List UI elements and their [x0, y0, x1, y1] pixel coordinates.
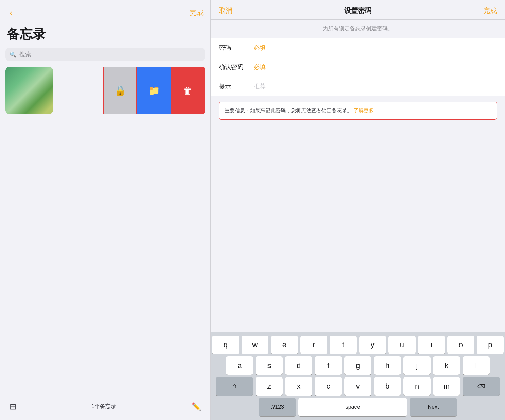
key-a[interactable]: a: [226, 356, 253, 375]
key-k[interactable]: k: [433, 356, 460, 375]
key-y[interactable]: y: [359, 336, 386, 354]
note-thumbnail: [5, 67, 53, 114]
trash-icon: 🗑: [183, 85, 193, 96]
key-j[interactable]: j: [403, 356, 431, 375]
spacer: [211, 125, 505, 333]
key-i[interactable]: i: [418, 336, 445, 354]
bottom-bar: ⊞ 1个备忘录 ✏️: [0, 393, 210, 420]
lock-icon: 🔒: [114, 85, 126, 96]
notes-list: 🔒 📁 🗑: [0, 67, 210, 393]
password-label: 密码: [219, 44, 249, 52]
next-key[interactable]: Next: [410, 398, 457, 416]
left-panel: ‹ 完成 备忘录 🔍 搜索 🔒 📁 🗑 ⊞ 1: [0, 0, 211, 420]
confirm-password-label: 确认密码: [219, 63, 249, 71]
key-o[interactable]: o: [447, 336, 474, 354]
dialog-title: 设置密码: [344, 6, 371, 15]
key-v[interactable]: v: [344, 377, 371, 396]
key-s[interactable]: s: [256, 356, 283, 375]
keyboard-row-3: ⇧ z x c v b n m ⌫: [212, 377, 504, 396]
key-n[interactable]: n: [403, 377, 431, 396]
key-l[interactable]: l: [463, 356, 490, 375]
delete-action-button[interactable]: 🗑: [171, 67, 205, 114]
key-d[interactable]: d: [285, 356, 312, 375]
key-b[interactable]: b: [374, 377, 401, 396]
password-field-row[interactable]: 密码 必填: [211, 38, 505, 57]
left-header: ‹ 完成: [0, 0, 210, 23]
confirm-password-field-row[interactable]: 确认密码 必填: [211, 57, 505, 77]
space-key[interactable]: space: [298, 398, 407, 416]
key-f[interactable]: f: [315, 356, 342, 375]
action-buttons: 🔒 📁 🗑: [103, 67, 205, 114]
key-x[interactable]: x: [285, 377, 312, 396]
grid-view-icon[interactable]: ⊞: [10, 402, 16, 411]
right-panel: 取消 设置密码 完成 为所有锁定备忘录创建密码。 密码 必填 确认密码 必填 提…: [211, 0, 505, 420]
back-button[interactable]: ‹: [7, 6, 15, 19]
search-bar[interactable]: 🔍 搜索: [5, 48, 205, 61]
learn-more-link[interactable]: 了解更多...: [353, 107, 378, 113]
keyboard-row-2: a s d f g h j k l: [212, 356, 504, 375]
notes-count: 1个备忘录: [92, 403, 117, 410]
key-c[interactable]: c: [315, 377, 342, 396]
keyboard: q w e r t y u i o p a s d f g h j k l ⇧ …: [211, 332, 505, 420]
confirm-password-placeholder: 必填: [254, 63, 266, 71]
hint-label: 提示: [219, 82, 249, 90]
password-form: 密码 必填 确认密码 必填 提示 推荐: [211, 38, 505, 96]
done-button-left[interactable]: 完成: [190, 8, 204, 17]
compose-icon[interactable]: ✏️: [192, 402, 201, 411]
subtitle-row: 为所有锁定备忘录创建密码。: [211, 20, 505, 38]
right-header: 取消 设置密码 完成: [211, 0, 505, 20]
warning-text: 重要信息：如果忘记此密码，您将无法查看锁定备忘录。 了解更多...: [225, 107, 378, 113]
key-r[interactable]: r: [300, 336, 328, 354]
note-thumbnail-card[interactable]: [5, 67, 53, 114]
key-e[interactable]: e: [271, 336, 298, 354]
key-z[interactable]: z: [256, 377, 283, 396]
search-icon: 🔍: [10, 51, 16, 58]
note-row[interactable]: 🔒 📁 🗑: [5, 67, 205, 114]
numbers-key[interactable]: .?123: [259, 398, 296, 416]
delete-key[interactable]: ⌫: [463, 377, 500, 396]
done-button-right[interactable]: 完成: [483, 6, 497, 15]
keyboard-row-4: .?123 space Next: [212, 398, 504, 416]
key-g[interactable]: g: [344, 356, 371, 375]
key-t[interactable]: t: [330, 336, 357, 354]
search-placeholder: 搜索: [19, 50, 31, 58]
page-title: 备忘录: [0, 23, 210, 48]
key-h[interactable]: h: [374, 356, 401, 375]
cancel-button[interactable]: 取消: [219, 6, 232, 15]
key-w[interactable]: w: [242, 336, 269, 354]
shift-key[interactable]: ⇧: [216, 377, 253, 396]
lock-action-button[interactable]: 🔒: [103, 67, 137, 114]
key-q[interactable]: q: [212, 336, 239, 354]
key-m[interactable]: m: [433, 377, 460, 396]
warning-box: 重要信息：如果忘记此密码，您将无法查看锁定备忘录。 了解更多...: [219, 102, 497, 120]
key-p[interactable]: p: [477, 336, 504, 354]
hint-placeholder: 推荐: [254, 82, 266, 90]
key-u[interactable]: u: [388, 336, 416, 354]
folder-action-button[interactable]: 📁: [137, 67, 171, 114]
password-placeholder: 必填: [254, 44, 266, 52]
keyboard-row-1: q w e r t y u i o p: [212, 336, 504, 354]
hint-field-row[interactable]: 提示 推荐: [211, 77, 505, 96]
subtitle-text: 为所有锁定备忘录创建密码。: [323, 26, 393, 31]
folder-icon: 📁: [148, 85, 160, 96]
